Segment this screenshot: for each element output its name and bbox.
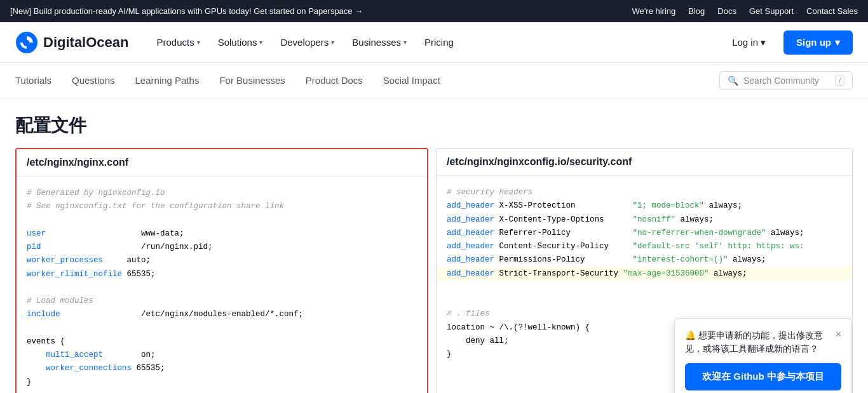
comment-security: # security headers (447, 188, 532, 197)
popup-github-button[interactable]: 欢迎在 Github 中参与本项目 (685, 363, 841, 390)
kw-add-header-6: add_header (447, 269, 494, 278)
val-xcto: "nosniff" (633, 215, 676, 224)
kw-include: include (27, 310, 60, 319)
val-pid: /run/nginx.pid; (41, 243, 213, 251)
search-icon: 🔍 (728, 76, 738, 86)
banner-link-sales[interactable]: Contact Sales (806, 6, 858, 16)
right-panel-header: /etc/nginx/nginxconfig.io/security.conf (437, 149, 852, 176)
logo-text: DigitalOcean (43, 34, 128, 51)
nav-item-products[interactable]: Products ▾ (149, 32, 207, 53)
kw-add-header-4: add_header (447, 242, 494, 251)
comment-line-1: # Generated by nginxconfig.io (27, 189, 165, 197)
chevron-down-icon: ▾ (835, 37, 840, 48)
val-worker-rlimit: 65535; (122, 270, 156, 279)
kw-pid: pid (27, 243, 41, 251)
popup-emoji: 🔔 (685, 330, 696, 340)
banner-link-blog[interactable]: Blog (688, 6, 705, 16)
search-shortcut-key: / (835, 76, 844, 86)
banner-link-docs[interactable]: Docs (717, 6, 736, 16)
kw-add-header-5: add_header (447, 255, 494, 264)
top-banner: [New] Build production-ready AI/ML appli… (0, 0, 868, 22)
main-nav: DigitalOcean Products ▾ Solutions ▾ Deve… (0, 22, 868, 63)
left-code-panel: /etc/nginx/nginx.conf # Generated by ngi… (15, 148, 428, 393)
popup-title: 🔔 想要申请新的功能，提出修改意见，或将该工具翻译成新的语言？ (685, 329, 831, 356)
val-csp: "default-src 'self' http: https: ws: (633, 242, 804, 251)
banner-message[interactable]: [New] Build production-ready AI/ML appli… (10, 6, 363, 16)
prop-xss: X-XSS-Protection (494, 201, 633, 210)
page-title: 配置文件 (15, 114, 853, 138)
kw-add-header-2: add_header (447, 215, 494, 224)
logo[interactable]: DigitalOcean (15, 31, 128, 54)
prop-csp: Content-Security-Policy (494, 242, 633, 251)
left-panel-header: /etc/nginx/nginx.conf (17, 149, 427, 177)
indent-space (27, 350, 46, 359)
signup-button[interactable]: Sign up ▾ (783, 30, 853, 55)
svg-point-0 (16, 32, 37, 53)
chevron-down-icon: ▾ (761, 37, 766, 48)
chevron-down-icon: ▾ (259, 39, 262, 46)
kw-worker-connections: worker_connections (46, 364, 132, 373)
location-line: location ~ /\.(?!well-known) { (447, 323, 590, 332)
events-close: } (27, 378, 32, 387)
kw-user: user (27, 229, 46, 238)
secondary-nav: Tutorials Questions Learning Paths For B… (0, 63, 868, 98)
rest-xcto: always; (675, 215, 714, 224)
indent-space2 (27, 364, 46, 373)
search-community-input[interactable]: 🔍 Search Community / (719, 71, 853, 90)
val-rp: "no-referrer-when-downgrade" (633, 229, 766, 237)
secondary-nav-tutorials[interactable]: Tutorials (15, 72, 51, 88)
banner-links: We're hiring Blog Docs Get Support Conta… (632, 6, 858, 16)
right-code-panel: /etc/nginx/nginxconfig.io/security.conf … (436, 148, 853, 393)
comment-files: # . files (447, 309, 490, 318)
rest-rp: always; (766, 229, 804, 237)
prop-sts: Strict-Transport-Security (494, 269, 623, 278)
page-content: 配置文件 /etc/nginx/nginx.conf # Generated b… (0, 98, 868, 393)
val-pp: "interest-cohort=()" (633, 255, 728, 264)
kw-worker-processes: worker_processes (27, 256, 103, 265)
events-open: events { (27, 337, 65, 346)
chevron-down-icon: ▾ (403, 39, 407, 46)
val-user: www-data; (46, 229, 184, 238)
val-xss: "1; mode=block" (633, 201, 705, 210)
left-code-body: # Generated by nginxconfig.io # See ngin… (17, 177, 427, 393)
rest-xss: always; (704, 201, 742, 210)
banner-link-hiring[interactable]: We're hiring (632, 6, 676, 16)
rest-sts: always; (709, 269, 747, 278)
prop-rp: Referrer-Policy (494, 229, 633, 237)
nav-right: Log in ▾ Sign up ▾ (722, 30, 853, 55)
val-worker-connections: 65535; (132, 364, 165, 373)
login-button[interactable]: Log in ▾ (722, 32, 776, 53)
search-community-label: Search Community (743, 76, 830, 86)
val-multi-accept: on; (103, 350, 156, 359)
kw-multi-accept: multi_accept (46, 350, 103, 359)
popup-close-button[interactable]: × (836, 329, 841, 340)
secondary-nav-product-docs[interactable]: Product Docs (306, 72, 363, 88)
nav-item-developers[interactable]: Developers ▾ (273, 32, 342, 53)
kw-add-header-1: add_header (447, 201, 494, 210)
nav-items: Products ▾ Solutions ▾ Developers ▾ Busi… (149, 32, 722, 53)
banner-link-support[interactable]: Get Support (749, 6, 794, 16)
val-worker-processes: auto; (103, 256, 151, 265)
kw-add-header-3: add_header (447, 229, 494, 237)
code-panels: /etc/nginx/nginx.conf # Generated by ngi… (15, 148, 853, 393)
nav-item-businesses[interactable]: Businesses ▾ (344, 32, 414, 53)
prop-xcto: X-Content-Type-Options (494, 215, 633, 224)
kw-worker-rlimit: worker_rlimit_nofile (27, 270, 122, 279)
chevron-down-icon: ▾ (331, 39, 334, 46)
nav-item-pricing[interactable]: Pricing (417, 32, 461, 53)
val-include: /etc/nginx/modules-enabled/*.conf; (60, 310, 304, 319)
comment-line-2: # See nginxconfig.txt for the configurat… (27, 202, 284, 211)
deny-line: deny all; (447, 336, 509, 345)
close-brace: } (447, 350, 452, 359)
secondary-nav-questions[interactable]: Questions (72, 72, 115, 88)
logo-icon (15, 31, 38, 54)
comment-load-modules: # Load modules (27, 296, 93, 305)
secondary-nav-for-businesses[interactable]: For Businesses (219, 72, 285, 88)
popup-overlay: 🔔 想要申请新的功能，提出修改意见，或将该工具翻译成新的语言？ × 欢迎在 Gi… (674, 318, 852, 393)
secondary-nav-learning-paths[interactable]: Learning Paths (135, 72, 200, 88)
chevron-down-icon: ▾ (197, 39, 200, 46)
secondary-nav-social-impact[interactable]: Social Impact (383, 72, 440, 88)
nav-item-solutions[interactable]: Solutions ▾ (210, 32, 271, 53)
search-community-area: 🔍 Search Community / (719, 71, 853, 90)
rest-pp: always; (728, 255, 766, 264)
